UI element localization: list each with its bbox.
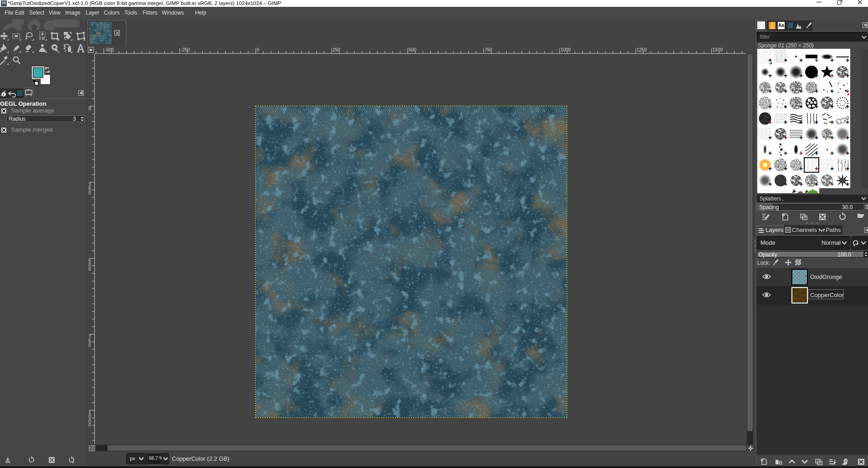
svg-text:0: 0: [88, 106, 91, 111]
svg-text:i: i: [3, 93, 4, 97]
svg-text:0: 0: [88, 267, 91, 272]
svg-text:0: 0: [88, 422, 91, 427]
svg-text:0: 0: [88, 343, 91, 348]
svg-text:750: 750: [485, 47, 493, 52]
svg-text:0: 0: [257, 47, 259, 52]
svg-text:0: 0: [88, 190, 91, 195]
svg-text:1000: 1000: [560, 47, 571, 52]
svg-text:-500: -500: [105, 47, 114, 52]
svg-text:500: 500: [409, 47, 416, 52]
svg-text:1500: 1500: [713, 47, 723, 52]
svg-text:250: 250: [333, 47, 340, 52]
svg-text:-250: -250: [181, 47, 190, 52]
svg-text:1250: 1250: [637, 47, 647, 52]
